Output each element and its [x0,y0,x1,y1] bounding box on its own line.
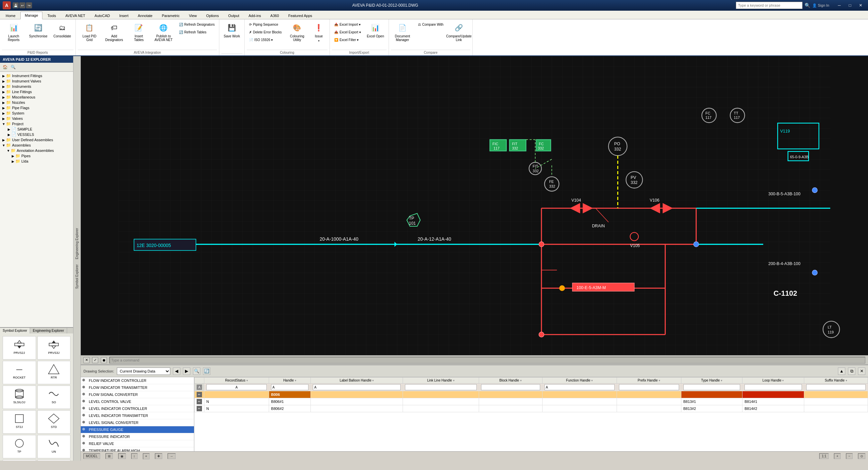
th-function-handle[interactable]: Function Handle ▾ [542,378,617,383]
status-zoom-fit[interactable]: ⊙ [858,453,865,459]
filter-link-line[interactable] [405,384,476,390]
filter-handle[interactable]: A [271,384,308,390]
th-type-handle[interactable]: Type Handle ▾ [681,378,742,383]
quick-access-redo[interactable]: ↪ [26,2,32,8]
symbol-vclj[interactable]: VCL J [3,460,36,461]
tree-item-line-fittings[interactable]: ▶ 📁 Line Fittings [0,89,73,94]
expand-miscellaneous[interactable]: ▶ [1,95,6,99]
tab-aveva-net[interactable]: AVEVA NET [61,12,90,19]
tree-item-project[interactable]: ▼ 📁 Project [0,121,73,127]
list-item-temperature-alarm-high[interactable]: ⊕ TEMPERATURE ALARM HIGH [81,447,194,451]
tree-item-sample[interactable]: ▶ 📄 SAMPLE [0,127,73,132]
symbol-prvs2j[interactable]: PRVS2J [3,336,36,359]
synchronise-btn[interactable]: 🔄 Synchronise [27,21,50,47]
status-dynamic[interactable]: → [167,453,176,459]
document-manager-btn[interactable]: 📄 Document Manager [391,21,414,47]
prev-record-btn[interactable]: ◀ [173,368,180,375]
th-block-handle[interactable]: Block Handle ▾ [479,378,542,383]
publish-aveva-net-btn[interactable]: 🌐 Publish to AVEVA NET [152,21,175,47]
filter-cell-type[interactable] [681,383,742,391]
filter-cell-link-line[interactable] [403,383,479,391]
tab-output[interactable]: Output [224,12,244,19]
consolidate-btn[interactable]: 🗂 Consolidate [51,21,73,47]
tree-item-valves[interactable]: ▶ 📁 Valves [0,116,73,121]
list-item-relief-valve[interactable]: ⊕ RELIEF VALVE [81,440,194,447]
th-label-balloon-handle[interactable]: Label Balloon Handle ▾ [311,378,403,383]
tab-home[interactable]: Home [1,12,20,19]
excel-open-btn[interactable]: 📊 Excel Open [365,21,386,47]
tree-item-assemblies[interactable]: ▼ 📁 Assemblies [0,143,73,148]
filter-cell-handle[interactable]: A [269,383,311,391]
cmd-record-btn[interactable]: ⏺ [101,357,107,363]
sign-in-btn[interactable]: 👤 Sign In [812,3,829,8]
tree-item-annotation-assemblies[interactable]: ▼ 📁 Annotation Assemblies [0,148,73,153]
tab-insert[interactable]: Insert [115,12,133,19]
expand-user-defined[interactable]: ▶ [1,137,6,142]
refresh-designators-btn[interactable]: 🔄 Refresh Designators [177,21,217,28]
float-panel-btn[interactable]: ⧉ [848,368,855,375]
expand-instrument-fittings[interactable]: ▶ [1,73,6,78]
expand-vessels[interactable]: ▶ [7,132,11,137]
symbol-so[interactable]: SO [37,385,71,409]
list-item-level-signal-converter[interactable]: ⊕ LEVEL SIGNAL CONVERTER [81,419,194,426]
cmd-ok-btn[interactable]: ✓ [92,357,98,363]
compare-with-btn[interactable]: ⚖ Compare With [416,21,446,28]
status-model[interactable]: MODEL [84,453,100,459]
save-work-btn[interactable]: 💾 Save Work [221,21,242,47]
explorer-home-btn[interactable]: 🏠 [1,63,9,71]
list-item-pressure-gauge[interactable]: ⊕ PRESSURE GAUGE [81,426,194,433]
filter-btn[interactable]: 🔍 [193,368,200,375]
tree-item-instrument-fittings[interactable]: ▶ 📁 Instrument Fittings [0,73,73,79]
symbol-prvs3j[interactable]: PRVS3J [37,336,71,359]
excel-export-btn[interactable]: 📤 Excel Export ▾ [332,28,363,36]
cmd-close-btn[interactable]: ✕ [84,357,90,363]
list-item-level-control-valve[interactable]: ⊕ LEVEL CONTROL VALVE [81,398,194,405]
quick-access-undo[interactable]: ↩ [19,2,25,8]
expand-llda[interactable]: ▶ [11,159,16,163]
th-prefix-handle[interactable]: Prefix Handle ▾ [617,378,681,383]
list-item-level-indicator-transmitter[interactable]: ⊕ LEVEL INDICATOR TRANSMITTER [81,412,194,419]
next-record-btn[interactable]: ▶ [183,368,190,375]
command-input[interactable] [110,357,865,364]
filter-record-status[interactable]: A [206,384,267,390]
expand-pipes[interactable]: ▶ [11,154,16,158]
tab-tools[interactable]: Tools [43,12,60,19]
list-item-flow-signal-converter[interactable]: ⊕ FLOW SIGNAL CONVERTER [81,391,194,398]
minimize-btn[interactable]: ─ [835,2,844,9]
th-handle[interactable]: Handle ▾ [269,378,311,383]
th-loop-handle[interactable]: Loop Handle ▾ [742,378,804,383]
tab-manage[interactable]: Manage [20,12,42,19]
list-item-level-indicator-controller[interactable]: ⊕ LEVEL INDICATOR CONTROLLER [81,405,194,412]
colouring-utility-btn[interactable]: 🎨 Colouring Utility [285,21,309,47]
expand-line-fittings[interactable]: ▶ [1,90,6,94]
engineering-explorer-tab[interactable]: Engineering Explorer [30,328,67,334]
filter-cell-record-status[interactable]: A [204,383,269,391]
search-input[interactable] [736,2,803,9]
tree-item-llda[interactable]: ▶ 📁 Llda [0,159,73,164]
symbol-std[interactable]: STD [37,410,71,434]
tree-item-vessels[interactable]: ▶ 📄 VESSELS [0,132,73,137]
tree-item-instrument-valves[interactable]: ▶ 📁 Instrument Valves [0,79,73,84]
filter-suffix[interactable] [806,384,866,390]
tree-item-system[interactable]: ▶ 📁 System [0,111,73,116]
close-panel-btn[interactable]: ✕ [858,368,865,375]
expand-instrument-valves[interactable]: ▶ [1,79,6,84]
table-row-3[interactable]: ✏ N B806#1 B813#1 B814#1 [195,398,868,405]
tab-annotate[interactable]: Annotate [133,12,157,19]
expand-system[interactable]: ▶ [1,111,6,116]
expand-instruments[interactable]: ▶ [1,84,6,89]
symbol-rtr[interactable]: RTR [37,361,71,384]
filter-cell-block[interactable] [479,383,542,391]
tree-item-pipes[interactable]: ▶ 📁 Pipes [0,153,73,159]
tree-item-miscellaneous[interactable]: ▶ 📁 Miscellaneous [0,94,73,100]
list-item-flow-indicator-controller[interactable]: ⊕ FLOW INDICATOR CONTROLLER [81,377,194,384]
tab-parametric[interactable]: Parametric [158,12,184,19]
issue-btn[interactable]: ❗ Issue ▾ [310,21,328,47]
add-designators-btn[interactable]: 🏷 Add Designators [102,21,126,47]
tab-addins[interactable]: Add-ins [244,12,266,19]
tab-autocad[interactable]: AutoCAD [90,12,114,19]
load-pid-grid-btn[interactable]: 📋 Load PID Grid [78,21,101,47]
tree-item-user-defined[interactable]: ▶ 📁 User Defined Assemblies [0,137,73,143]
symbol-tp[interactable]: TP [3,435,36,458]
tab-view[interactable]: View [185,12,201,19]
